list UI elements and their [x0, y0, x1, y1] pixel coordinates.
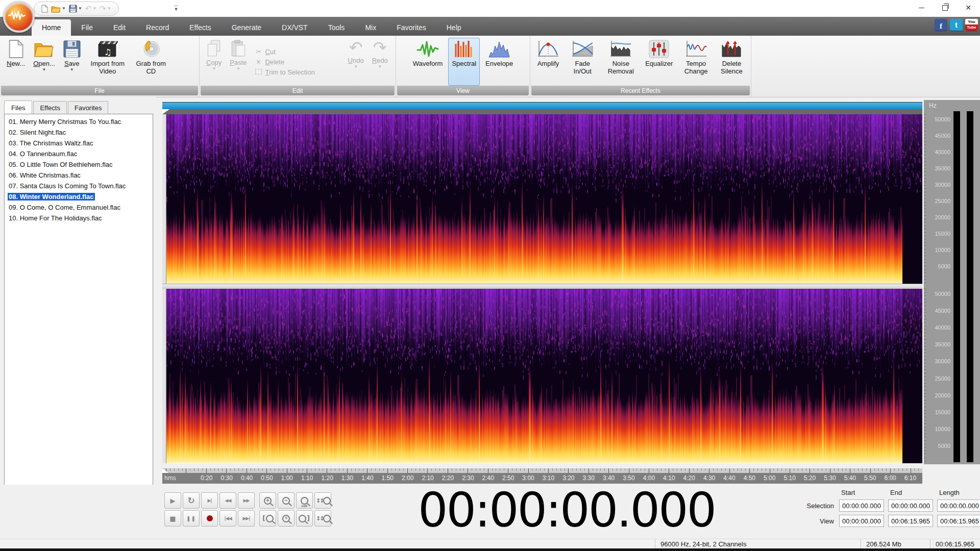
view-end-field[interactable] — [888, 515, 933, 527]
selection-end-field[interactable] — [888, 499, 933, 512]
youtube-icon[interactable]: You Tube — [965, 19, 978, 31]
channel-1-spectrogram[interactable] — [162, 114, 922, 284]
paste-dropdown: ▼ — [236, 67, 240, 70]
ribbon-tab-record[interactable]: Record — [136, 20, 179, 36]
maximize-button[interactable] — [933, 0, 957, 15]
fast-forward-button[interactable]: ▶▶ — [238, 492, 255, 509]
customize-qat-button[interactable]: —▼ — [173, 4, 180, 11]
file-list-item[interactable]: 05. O Little Town Of Bethlehem.flac — [6, 159, 152, 170]
file-list-item[interactable]: 07. Santa Claus Is Coming To Town.flac — [6, 181, 152, 191]
save-dropdown[interactable]: ▼ — [70, 68, 74, 71]
open-button[interactable]: ▼ — [51, 5, 66, 13]
equalizer-button[interactable]: Equalizer — [642, 38, 676, 86]
envelope-view-button[interactable]: Envelope — [482, 38, 517, 86]
loop-play-button[interactable]: ↻ — [183, 492, 200, 509]
fast-forward-icon: ▶▶ — [243, 498, 250, 503]
view-length-field[interactable] — [937, 515, 980, 527]
open-dropdown[interactable]: ▼ — [42, 68, 46, 71]
zoom-selection-end-button[interactable]: ] — [296, 510, 313, 527]
facebook-icon[interactable]: f — [935, 19, 947, 31]
zoom-selection-start-button[interactable]: [ — [259, 510, 276, 527]
app-logo-icon[interactable] — [3, 1, 35, 33]
zoom-vertical-button[interactable]: ↕↕ — [314, 492, 331, 509]
rewind-icon: ◀◀ — [225, 498, 231, 503]
ribbon-tab-mix[interactable]: Mix — [355, 20, 386, 36]
ribbon-tab-generate[interactable]: Generate — [222, 20, 272, 36]
ribbon-tab-dx-vst[interactable]: DX/VST — [272, 20, 318, 36]
selection-length-field[interactable] — [937, 499, 980, 512]
save-file-button[interactable]: Save ▼ — [60, 38, 84, 86]
envelope-view-label: Envelope — [485, 60, 513, 67]
close-icon: ✕ — [965, 4, 971, 12]
waveform-view-button[interactable]: Waveform — [409, 38, 447, 86]
ribbon-tab-home[interactable]: Home — [32, 19, 71, 36]
import-from-video-button[interactable]: ♫ Import from Video — [85, 38, 130, 86]
new-file-button[interactable]: New... — [3, 38, 29, 86]
file-list-item[interactable]: 09. O Come, O Come, Emmanuel.flac — [6, 202, 152, 213]
file-list-item[interactable]: 06. White Christmas.flac — [6, 170, 152, 181]
save-file-icon — [63, 40, 81, 58]
ribbon-tab-help[interactable]: Help — [436, 20, 472, 36]
import-video-label: Import from Video — [89, 60, 127, 75]
ribbon-tab-effects[interactable]: Effects — [179, 20, 222, 36]
file-list-item[interactable]: 04. O Tannenbaum.flac — [6, 148, 152, 159]
loop-icon: ↻ — [187, 495, 194, 506]
delete-silence-button[interactable]: Delete Silence — [716, 38, 748, 86]
stop-button[interactable]: ■ — [164, 510, 181, 527]
file-list-item[interactable]: 01. Merry Merry Christmas To You.flac — [6, 116, 152, 127]
go-to-start-button[interactable]: |◀◀ — [219, 510, 236, 527]
undo-big-icon: ↶ — [349, 40, 363, 55]
file-list-item[interactable]: 10. Home For The Holidays.flac — [6, 213, 152, 223]
save-button[interactable]: ▼ — [69, 5, 82, 13]
ribbon-group-file: New... Open... ▼ — [0, 36, 200, 96]
play-button[interactable]: ▶ — [164, 492, 181, 509]
time-ruler-label: 2:00 — [402, 474, 413, 482]
play-to-end-button[interactable]: ▶| — [201, 492, 218, 509]
tab-favorites[interactable]: Favorites — [68, 101, 108, 114]
frequency-unit-label: Hz — [929, 102, 937, 109]
ribbon-tab-edit[interactable]: Edit — [103, 20, 136, 36]
zoom-in-button[interactable]: + — [259, 492, 276, 509]
spectral-view-button[interactable]: Spectral — [448, 38, 480, 86]
minimize-button[interactable] — [910, 0, 933, 15]
frequency-label: 10000 — [935, 247, 950, 253]
ribbon-tab-tools[interactable]: Tools — [318, 20, 355, 36]
save-dropdown-arrow[interactable]: ▼ — [78, 7, 82, 11]
time-ruler[interactable]: hms 0:200:300:400:501:001:101:201:301:40… — [162, 468, 922, 484]
twitter-icon[interactable]: t — [950, 19, 963, 31]
grab-from-cd-button[interactable]: Grab from CD — [131, 38, 171, 86]
channel-2-spectrogram[interactable] — [162, 289, 922, 463]
zoom-out-button[interactable]: − — [278, 492, 295, 509]
file-list-item[interactable]: 02. Silent Night.flac — [6, 127, 152, 138]
amplify-button[interactable]: Amplify — [533, 38, 563, 86]
open-file-button[interactable]: Open... ▼ — [30, 38, 59, 86]
file-list-item[interactable]: 08. Winter Wonderland.flac — [6, 191, 152, 202]
stop-icon: ■ — [169, 515, 176, 522]
ribbon-tab-file[interactable]: File — [71, 20, 103, 36]
new-document-button[interactable] — [41, 5, 48, 13]
zoom-selection-button[interactable]: ✛ — [278, 510, 295, 527]
frequency-label: 45000 — [935, 133, 950, 139]
delete-silence-icon — [721, 40, 742, 58]
noise-removal-button[interactable]: Noise Removal — [602, 38, 640, 86]
open-dropdown-arrow[interactable]: ▼ — [62, 7, 66, 11]
play-cursor-flag[interactable] — [162, 109, 169, 114]
close-button[interactable]: ✕ — [957, 0, 980, 15]
zoom-vertical-selection-button[interactable]: ↕↕ — [314, 510, 331, 527]
tab-effects[interactable]: Effects — [33, 101, 67, 114]
tempo-change-button[interactable]: Tempo Change — [678, 38, 713, 86]
overview-scroll-bar[interactable] — [162, 102, 922, 110]
fade-in-out-button[interactable]: Fade In/Out — [565, 38, 600, 86]
file-list-item[interactable]: 03. The Christmas Waltz.flac — [6, 138, 152, 148]
selection-start-field[interactable] — [839, 499, 884, 512]
tab-files[interactable]: Files — [4, 101, 32, 115]
go-to-end-button[interactable]: ▶▶| — [238, 510, 255, 527]
play-icon: ▶ — [170, 497, 176, 505]
zoom-100-button[interactable]: 100 — [296, 492, 313, 509]
marker-strip[interactable] — [162, 109, 922, 114]
rewind-button[interactable]: ◀◀ — [219, 492, 236, 509]
ribbon-tab-favorites[interactable]: Favorites — [386, 20, 436, 36]
view-start-field[interactable] — [839, 515, 884, 527]
pause-button[interactable]: ❚❚ — [183, 510, 200, 527]
record-button[interactable] — [201, 510, 218, 527]
